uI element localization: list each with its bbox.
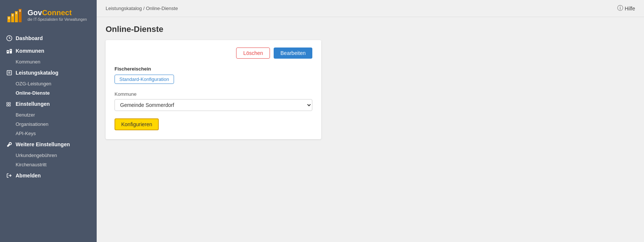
- sidebar-kommunen-label: Kommunen: [16, 48, 44, 54]
- config-badge: Standard-Konfiguration: [115, 75, 174, 84]
- sidebar-item-dashboard[interactable]: Dashboard: [0, 32, 97, 45]
- service-card: Löschen Bearbeiten Fischereischein Stand…: [106, 40, 321, 139]
- sidebar-sub-online-dienste[interactable]: Online-Dienste: [0, 88, 97, 98]
- dashboard-icon: [6, 35, 13, 42]
- svg-rect-18: [7, 105, 8, 106]
- sidebar-item-abmelden[interactable]: Abmelden: [0, 169, 97, 182]
- configure-button[interactable]: Konfigurieren: [115, 118, 159, 130]
- page-title: Online-Dienste: [106, 24, 635, 34]
- svg-rect-11: [7, 51, 8, 52]
- svg-rect-17: [9, 102, 10, 104]
- sidebar-sub-kommunen[interactable]: Kommunen: [0, 57, 97, 66]
- sidebar-nav: Dashboard Kommunen Kommunen: [0, 28, 97, 242]
- top-bar: Leistungskatalog / Online-Dienste ⓘ Hilf…: [97, 0, 644, 17]
- card-actions: Löschen Bearbeiten: [115, 48, 312, 59]
- breadcrumb-part1: Leistungskatalog: [106, 6, 142, 11]
- help-button[interactable]: ⓘ Hilfe: [617, 4, 635, 12]
- sidebar-sub-benutzer[interactable]: Benutzer: [0, 110, 97, 120]
- kommunen-icon: [6, 48, 13, 54]
- svg-rect-6: [16, 12, 17, 14]
- breadcrumb-part2: Online-Dienste: [146, 6, 178, 11]
- sidebar-item-kommunen[interactable]: Kommunen: [0, 45, 97, 57]
- breadcrumb: Leistungskatalog / Online-Dienste: [106, 6, 178, 11]
- sidebar-sub-kirchenaustritt[interactable]: Kirchenaustritt: [0, 160, 97, 169]
- govconnect-logo-icon: [6, 6, 24, 24]
- logo-gov: Gov: [28, 9, 42, 17]
- sidebar-item-einstellungen[interactable]: Einstellungen: [0, 98, 97, 110]
- sidebar-sub-organisationen[interactable]: Organisationen: [0, 120, 97, 129]
- help-icon: ⓘ: [617, 4, 623, 12]
- sidebar-leistungskatalog-label: Leistungskatalog: [16, 70, 58, 76]
- logo-subtitle: die IT-Spezialisten für Verwaltungen: [28, 17, 87, 22]
- svg-rect-12: [10, 50, 11, 51]
- wrench-icon: [6, 141, 13, 148]
- main-content: Leistungskatalog / Online-Dienste ⓘ Hilf…: [97, 0, 644, 242]
- sidebar-sub-api-keys[interactable]: API-Keys: [0, 129, 97, 138]
- sidebar-item-leistungskatalog[interactable]: Leistungskatalog: [0, 66, 97, 79]
- logout-icon: [6, 172, 13, 179]
- sidebar-sub-urkundengebuehren[interactable]: Urkundengebühren: [0, 151, 97, 160]
- help-label: Hilfe: [625, 6, 635, 12]
- svg-rect-7: [19, 10, 21, 12]
- svg-rect-4: [8, 17, 10, 19]
- logo-title: GovConnect: [28, 8, 87, 17]
- sidebar-sub-ozg[interactable]: OZG-Leistungen: [0, 79, 97, 88]
- edit-button[interactable]: Bearbeiten: [274, 48, 312, 59]
- sidebar-weitere-label: Weitere Einstellungen: [16, 141, 70, 147]
- sidebar-abmelden-label: Abmelden: [16, 173, 41, 179]
- content-area: Online-Dienste Löschen Bearbeiten Fische…: [97, 17, 644, 242]
- service-name-label: Fischereischein: [115, 66, 312, 72]
- logo-connect: Connect: [42, 9, 72, 17]
- svg-rect-19: [9, 105, 10, 106]
- svg-rect-13: [7, 71, 12, 75]
- kommune-select[interactable]: Gemeinde Sommerdorf Option 2 Option 3: [115, 99, 312, 111]
- logo-text: GovConnect die IT-Spezialisten für Verwa…: [28, 8, 87, 22]
- sidebar-einstellungen-label: Einstellungen: [16, 101, 50, 107]
- sidebar: GovConnect die IT-Spezialisten für Verwa…: [0, 0, 97, 242]
- leistungskatalog-icon: [6, 69, 13, 76]
- svg-rect-5: [12, 14, 13, 16]
- svg-rect-16: [7, 102, 8, 104]
- svg-rect-10: [10, 49, 12, 53]
- delete-button[interactable]: Löschen: [236, 48, 270, 59]
- sidebar-dashboard-label: Dashboard: [16, 35, 43, 41]
- einstellungen-icon: [6, 101, 13, 107]
- sidebar-item-weitere-einstellungen[interactable]: Weitere Einstellungen: [0, 138, 97, 151]
- sidebar-header: GovConnect die IT-Spezialisten für Verwa…: [0, 0, 97, 28]
- kommune-label: Kommune: [115, 91, 312, 97]
